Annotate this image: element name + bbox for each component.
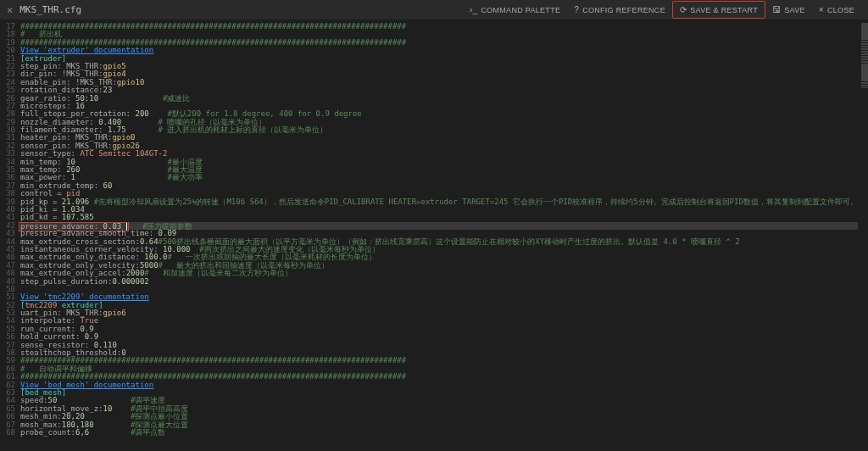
code-line[interactable]: dir_pin: !MKS_THR:gpio4	[20, 70, 858, 78]
code-line[interactable]: View 'bed_mesh' documentation	[20, 381, 858, 389]
code-line[interactable]: enable_pin: !MKS_THR:gpio10	[20, 79, 858, 86]
toolbar: ›_COMMAND PALETTE ?CONFIG REFERENCE ⟳SAV…	[463, 1, 861, 19]
line-number-gutter: 1718192021222324252627282930313233343536…	[0, 20, 20, 451]
restart-icon: ⟳	[680, 5, 687, 14]
code-line[interactable]: View 'extruder' documentation	[20, 47, 858, 54]
code-line[interactable]: filament_diameter: 1.75 # 进入挤出机的耗材上标的直径（…	[20, 126, 858, 134]
save-button[interactable]: 🖫SAVE	[765, 1, 812, 19]
code-line[interactable]: gear_ratio: 50:10 #减速比	[20, 95, 858, 103]
code-line[interactable]: [extruder]	[20, 55, 858, 63]
filename-label: MKS_THR.cfg	[19, 4, 81, 15]
minimap[interactable]	[858, 20, 868, 451]
save-restart-button[interactable]: ⟳SAVE & RESTART	[672, 1, 765, 19]
code-line[interactable]: View 'tmc2209' documentation	[20, 293, 858, 301]
back-icon[interactable]: ×	[7, 4, 13, 16]
code-line[interactable]: run_current: 0.9	[20, 326, 858, 333]
code-line[interactable]: step_pulse_duration:0.000002	[20, 278, 858, 286]
code-line[interactable]: max_power: 1 #最大功率	[20, 174, 858, 181]
close-button[interactable]: ×CLOSE	[812, 1, 861, 19]
code-line[interactable]: [tmc2209 extruder]	[20, 302, 858, 309]
code-line[interactable]: min_extrude_temp: 60	[20, 182, 858, 190]
code-line[interactable]: heater_pin: MKS_THR:gpio0	[20, 134, 858, 142]
code-line[interactable]: step_pin: MKS_THR:gpio5	[20, 63, 858, 70]
code-line[interactable]: pid_kp = 21.096 #先将模型冷却风扇设置为25%的转速（M106 …	[20, 198, 858, 206]
code-line[interactable]: sense_resistor: 0.110	[20, 342, 858, 349]
code-line[interactable]: pid_ki = 1.034	[20, 206, 858, 214]
code-line[interactable]: pid_kd = 107.585	[20, 214, 858, 221]
config-reference-button[interactable]: ?CONFIG REFERENCE	[567, 1, 672, 19]
code-line[interactable]: interpolate: True	[20, 317, 858, 325]
editor-area: 1718192021222324252627282930313233343536…	[0, 20, 868, 451]
help-icon: ?	[574, 5, 579, 14]
code-line[interactable]: uart_pin: MKS_THR:gpio6	[20, 309, 858, 317]
code-line[interactable]: hold_current: 0.9	[20, 333, 858, 341]
code-line[interactable]: ########################################…	[20, 23, 858, 31]
code-line[interactable]: ########################################…	[20, 357, 858, 365]
code-content[interactable]: ########################################…	[20, 20, 858, 451]
editor-header: × MKS_THR.cfg ›_COMMAND PALETTE ?CONFIG …	[0, 0, 868, 20]
close-icon: ×	[819, 5, 824, 14]
terminal-icon: ›_	[470, 5, 478, 14]
code-line[interactable]: probe_count:6,6 #调平点数	[20, 429, 858, 437]
save-icon: 🖫	[772, 5, 781, 14]
command-palette-button[interactable]: ›_COMMAND PALETTE	[463, 1, 567, 19]
line-number: 68	[0, 429, 15, 437]
